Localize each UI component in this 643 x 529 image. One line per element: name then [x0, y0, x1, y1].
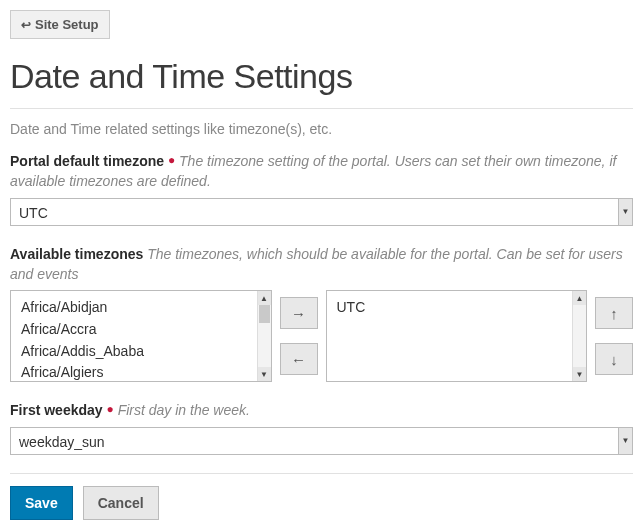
required-indicator: ●: [107, 401, 114, 418]
scrollbar[interactable]: ▲ ▼: [572, 291, 586, 381]
default-tz-value: UTC: [10, 198, 633, 226]
move-right-button[interactable]: →: [280, 297, 318, 329]
save-button[interactable]: Save: [10, 486, 73, 520]
scroll-rail[interactable]: [573, 305, 586, 367]
scroll-rail[interactable]: [258, 305, 271, 367]
list-item[interactable]: Africa/Abidjan: [21, 297, 247, 319]
selected-listbox[interactable]: UTC ▲ ▼: [326, 290, 588, 382]
move-buttons-column: → ←: [280, 290, 318, 382]
title-separator: [10, 108, 633, 109]
available-tz-picker: Africa/Abidjan Africa/Accra Africa/Addis…: [10, 290, 633, 382]
scroll-down-icon[interactable]: ▼: [573, 367, 586, 381]
scroll-up-icon[interactable]: ▲: [573, 291, 586, 305]
scroll-down-icon[interactable]: ▼: [258, 367, 271, 381]
required-indicator: ●: [168, 152, 175, 169]
cancel-button[interactable]: Cancel: [83, 486, 159, 520]
first-weekday-value: weekday_sun: [10, 427, 633, 455]
back-arrow-icon: ↩: [21, 18, 31, 32]
move-up-button[interactable]: ↑: [595, 297, 633, 329]
site-setup-button[interactable]: ↩ Site Setup: [10, 10, 110, 39]
available-tz-label-row: Available timezones The timezones, which…: [10, 244, 633, 285]
default-tz-label: Portal default timezone: [10, 153, 164, 169]
default-tz-label-row: Portal default timezone ● The timezone s…: [10, 151, 633, 192]
scroll-thumb[interactable]: [259, 305, 270, 323]
scroll-up-icon[interactable]: ▲: [258, 291, 271, 305]
source-listbox[interactable]: Africa/Abidjan Africa/Accra Africa/Addis…: [10, 290, 272, 382]
scrollbar[interactable]: ▲ ▼: [257, 291, 271, 381]
actions-separator: [10, 473, 633, 474]
move-down-button[interactable]: ↓: [595, 343, 633, 375]
list-item[interactable]: Africa/Addis_Ababa: [21, 341, 247, 363]
list-item[interactable]: Africa/Accra: [21, 319, 247, 341]
form-actions: Save Cancel: [10, 486, 633, 520]
default-tz-select[interactable]: UTC ▼: [10, 198, 633, 226]
available-tz-label: Available timezones: [10, 246, 143, 262]
list-item[interactable]: UTC: [337, 297, 563, 319]
order-buttons-column: ↑ ↓: [595, 290, 633, 382]
first-weekday-select[interactable]: weekday_sun ▼: [10, 427, 633, 455]
first-weekday-label: First weekday: [10, 402, 103, 418]
move-left-button[interactable]: ←: [280, 343, 318, 375]
page-lead: Date and Time related settings like time…: [10, 121, 633, 137]
site-setup-label: Site Setup: [35, 17, 99, 32]
list-item[interactable]: Africa/Algiers: [21, 362, 247, 381]
first-weekday-help: First day in the week.: [118, 402, 250, 418]
page-title: Date and Time Settings: [10, 57, 633, 96]
first-weekday-label-row: First weekday ● First day in the week.: [10, 400, 633, 420]
